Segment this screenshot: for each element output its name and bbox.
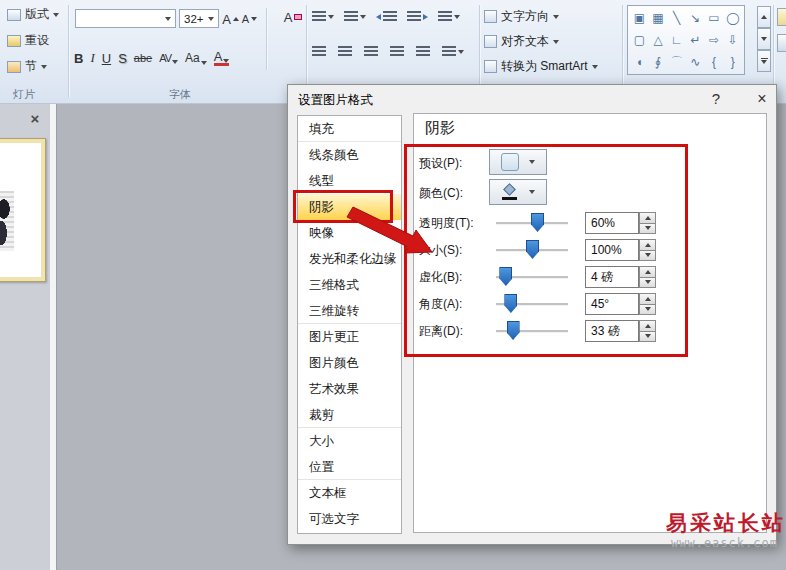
size-value-field[interactable]: 100% bbox=[585, 239, 639, 261]
shapes-scroll-up-button[interactable] bbox=[757, 6, 771, 28]
grow-font-button[interactable]: A bbox=[222, 9, 239, 29]
change-case-button[interactable]: Aa bbox=[185, 51, 207, 65]
sidebar-item-6[interactable]: 三维格式 bbox=[298, 272, 401, 298]
justify-button[interactable] bbox=[390, 46, 404, 57]
italic-button[interactable]: I bbox=[90, 50, 94, 66]
decrease-indent-button[interactable] bbox=[376, 11, 397, 22]
blur-spin-down-button[interactable] bbox=[639, 278, 656, 289]
font-name-combo[interactable] bbox=[75, 9, 176, 28]
shapes-more-button[interactable] bbox=[757, 50, 771, 72]
align-left-button[interactable] bbox=[312, 46, 326, 57]
italic-button-glyph: I bbox=[90, 50, 94, 66]
sidebar-item-3[interactable]: 阴影 bbox=[298, 194, 401, 220]
shape-rectangle-button[interactable]: ▭ bbox=[705, 7, 724, 29]
shape-vertical-textbox-button[interactable]: ▦ bbox=[649, 7, 668, 29]
distance-value-field[interactable]: 33 磅 bbox=[585, 320, 639, 342]
numbering-button[interactable] bbox=[344, 11, 366, 22]
distance-spin-up-button[interactable] bbox=[639, 320, 656, 332]
shape-elbow-arrow-connector-button[interactable]: ↵ bbox=[686, 29, 705, 51]
sidebar-item-14[interactable]: 文本框 bbox=[298, 480, 401, 506]
transparency-spin-up-button[interactable] bbox=[639, 212, 656, 224]
color-dropdown[interactable] bbox=[489, 179, 547, 205]
shape-down-arrow-button[interactable]: ⇩ bbox=[723, 29, 742, 51]
align-text-button[interactable]: 对齐文本 bbox=[484, 33, 559, 50]
sidebar-item-9[interactable]: 图片颜色 bbox=[298, 350, 401, 376]
shape-oval-button[interactable]: ◯ bbox=[723, 7, 742, 29]
character-spacing-button[interactable]: AV bbox=[159, 52, 178, 64]
sidebar-item-8[interactable]: 图片更正 bbox=[298, 324, 401, 350]
clear-formatting-button[interactable]: A bbox=[282, 7, 304, 27]
bullets-button[interactable] bbox=[312, 11, 334, 22]
shape-elbow-connector-button[interactable]: ∟ bbox=[667, 29, 686, 51]
font-color-button[interactable]: A bbox=[214, 51, 230, 66]
slides-pane-close-button[interactable]: × bbox=[26, 110, 44, 128]
sidebar-item-1[interactable]: 线条颜色 bbox=[298, 142, 401, 168]
transparency-value-field[interactable]: 60% bbox=[585, 212, 639, 234]
sidebar-item-2[interactable]: 线型 bbox=[298, 168, 401, 194]
sidebar-item-13[interactable]: 位置 bbox=[298, 454, 401, 480]
align-right-button[interactable] bbox=[364, 46, 378, 57]
convert-to-smartart-button[interactable]: 转换为 SmartArt bbox=[484, 58, 598, 75]
shape-arrow-line-button[interactable]: ↘ bbox=[686, 7, 705, 29]
shape-freeform-button[interactable]: ◖ bbox=[630, 51, 649, 73]
sidebar-item-11[interactable]: 裁剪 bbox=[298, 402, 401, 428]
dialog-help-button[interactable]: ? bbox=[704, 89, 728, 109]
sidebar-item-12[interactable]: 大小 bbox=[298, 428, 401, 454]
shape-rounded-rectangle-button[interactable]: ▢ bbox=[630, 29, 649, 51]
blur-spinner bbox=[639, 266, 656, 288]
arrange-button-partial[interactable] bbox=[777, 8, 786, 26]
text-shadow-button[interactable]: S bbox=[118, 51, 127, 66]
sidebar-item-4[interactable]: 映像 bbox=[298, 220, 401, 246]
shape-line-button[interactable]: ╲ bbox=[667, 7, 686, 29]
blur-value-field[interactable]: 4 磅 bbox=[585, 266, 639, 288]
blur-slider-thumb[interactable] bbox=[499, 267, 512, 286]
size-spin-down-button[interactable] bbox=[639, 251, 656, 262]
reset-button[interactable]: 重设 bbox=[7, 32, 49, 49]
sidebar-item-7[interactable]: 三维旋转 bbox=[298, 298, 401, 324]
font-size-combo[interactable]: 32+ bbox=[179, 9, 219, 28]
transparency-slider-thumb[interactable] bbox=[531, 213, 544, 232]
angle-spin-down-button[interactable] bbox=[639, 305, 656, 316]
sidebar-item-15[interactable]: 可选文字 bbox=[298, 506, 401, 532]
blur-spin-up-button[interactable] bbox=[639, 266, 656, 278]
line-spacing-button[interactable] bbox=[438, 11, 460, 22]
shape-right-brace-button[interactable]: } bbox=[723, 51, 742, 73]
shape-right-arrow-button[interactable]: ⇨ bbox=[705, 29, 724, 51]
size-slider-thumb[interactable] bbox=[526, 240, 539, 259]
shrink-font-button[interactable]: A bbox=[241, 9, 258, 29]
angle-spin-up-button[interactable] bbox=[639, 293, 656, 305]
slide-thumbnail[interactable] bbox=[0, 138, 46, 282]
quickstyles-button-partial[interactable] bbox=[777, 34, 786, 52]
distance-spin-down-button[interactable] bbox=[639, 332, 656, 343]
shape-left-brace-button[interactable]: { bbox=[705, 51, 724, 73]
sidebar-item-10[interactable]: 艺术效果 bbox=[298, 376, 401, 402]
transparency-spin-down-button[interactable] bbox=[639, 224, 656, 235]
shape-textbox-button[interactable]: ▣ bbox=[630, 7, 649, 29]
distance-slider-thumb[interactable] bbox=[507, 321, 520, 340]
section-button[interactable]: 节 bbox=[7, 58, 47, 75]
shape-triangle-button[interactable]: △ bbox=[649, 29, 668, 51]
pane-splitter[interactable] bbox=[50, 104, 57, 570]
shape-curve-button[interactable]: ∿ bbox=[686, 51, 705, 73]
dialog-close-button[interactable]: × bbox=[750, 89, 774, 109]
size-spin-up-button[interactable] bbox=[639, 239, 656, 251]
strikethrough-button[interactable]: abe bbox=[134, 52, 152, 64]
preset-dropdown[interactable] bbox=[489, 149, 547, 175]
align-center-button[interactable] bbox=[338, 46, 352, 57]
increase-indent-button[interactable] bbox=[407, 11, 428, 22]
shape-scribble-button[interactable]: ∮ bbox=[649, 51, 668, 73]
distance-spinner bbox=[639, 320, 656, 342]
sidebar-item-0[interactable]: 填充 bbox=[298, 116, 401, 142]
angle-value-field[interactable]: 45° bbox=[585, 293, 639, 315]
sidebar-item-5[interactable]: 发光和柔化边缘 bbox=[298, 246, 401, 272]
underline-button[interactable]: U bbox=[102, 51, 111, 66]
layout-button[interactable]: 版式 bbox=[7, 6, 59, 23]
bold-button[interactable]: B bbox=[74, 51, 83, 66]
text-direction-button[interactable]: 文字方向 bbox=[484, 8, 559, 25]
angle-slider-thumb[interactable] bbox=[504, 294, 517, 313]
shape-arc-button[interactable]: ⌒ bbox=[667, 51, 686, 73]
distributed-button[interactable] bbox=[416, 46, 430, 57]
chevron-down-icon bbox=[454, 15, 460, 19]
shapes-scroll-down-button[interactable] bbox=[757, 28, 771, 50]
columns-button[interactable] bbox=[442, 46, 464, 57]
